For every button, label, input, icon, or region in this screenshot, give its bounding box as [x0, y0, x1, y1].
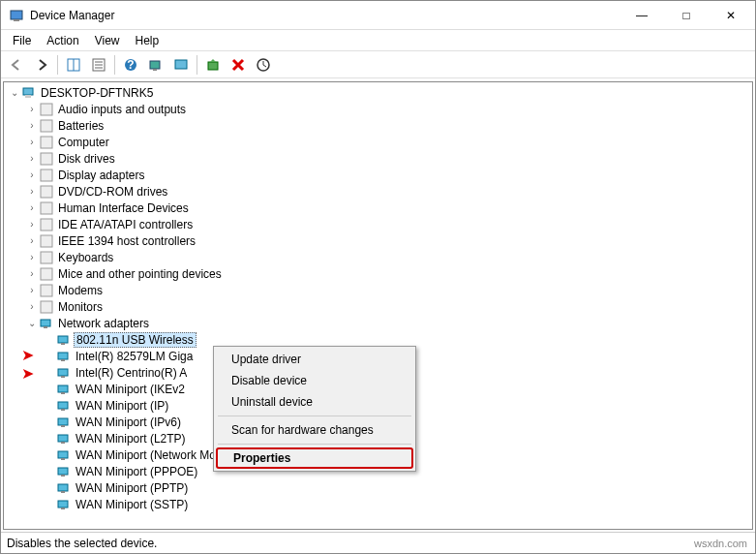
svg-rect-40 [58, 402, 68, 409]
svg-rect-48 [58, 468, 68, 475]
svg-rect-22 [41, 186, 52, 198]
svg-rect-51 [61, 491, 65, 493]
svg-text:?: ? [127, 58, 134, 72]
svg-rect-33 [61, 343, 65, 345]
close-button[interactable]: ✕ [709, 1, 753, 30]
svg-rect-34 [58, 353, 68, 359]
svg-rect-46 [58, 451, 68, 458]
menu-help[interactable]: Help [128, 32, 167, 49]
svg-rect-30 [41, 320, 50, 326]
statusbar: Disables the selected device. [1, 532, 755, 553]
menubar: File Action View Help [1, 30, 755, 51]
svg-rect-43 [61, 425, 65, 427]
svg-rect-10 [150, 61, 160, 69]
show-hide-icon[interactable] [62, 53, 85, 77]
context-menu-separator [218, 416, 411, 416]
back-icon[interactable] [5, 53, 28, 77]
svg-rect-49 [61, 475, 65, 477]
context-menu: Update driverDisable deviceUninstall dev… [213, 346, 416, 472]
svg-rect-17 [41, 104, 52, 115]
svg-rect-38 [58, 385, 68, 392]
svg-rect-52 [58, 501, 68, 508]
tree-category[interactable]: ›Monitors [4, 298, 752, 315]
svg-rect-0 [11, 11, 22, 19]
watermark: wsxdn.com [694, 538, 747, 549]
properties-icon[interactable] [87, 53, 110, 77]
context-menu-item[interactable]: Properties [216, 447, 413, 469]
svg-rect-39 [61, 392, 65, 394]
scan-icon[interactable] [144, 53, 167, 77]
svg-rect-50 [58, 484, 68, 491]
svg-rect-18 [41, 120, 52, 132]
tree-category[interactable]: ›IEEE 1394 host controllers [4, 232, 752, 249]
update-driver-icon[interactable] [201, 53, 225, 77]
svg-rect-11 [153, 69, 157, 71]
svg-rect-47 [61, 458, 65, 460]
tree-category[interactable]: ›Disk drives [4, 150, 752, 167]
tree-device[interactable]: WAN Miniport (PPTP) [4, 479, 752, 496]
menu-view[interactable]: View [87, 32, 128, 49]
tree-category[interactable]: ›DVD/CD-ROM drives [4, 183, 752, 200]
uninstall-icon[interactable] [227, 53, 250, 77]
context-menu-separator [218, 444, 411, 445]
svg-rect-24 [41, 219, 52, 231]
svg-rect-21 [41, 169, 52, 181]
svg-rect-12 [175, 60, 187, 69]
maximize-button[interactable]: □ [664, 1, 709, 30]
svg-rect-32 [58, 336, 68, 343]
window-title: Device Manager [30, 9, 620, 22]
minimize-button[interactable]: — [620, 1, 664, 30]
toolbar-separator [57, 55, 58, 75]
menu-action[interactable]: Action [39, 32, 86, 49]
help-icon[interactable]: ? [119, 53, 142, 77]
tree-category[interactable]: ›IDE ATA/ATAPI controllers [4, 216, 752, 232]
status-text: Disables the selected device. [7, 537, 157, 550]
toolbar-separator [114, 55, 115, 75]
svg-rect-25 [41, 235, 52, 247]
context-menu-item[interactable]: Update driver [216, 349, 413, 370]
tree-category[interactable]: ›Human Interface Devices [4, 200, 752, 216]
svg-rect-42 [58, 418, 68, 425]
svg-rect-29 [41, 301, 52, 313]
tree-category[interactable]: ›Keyboards [4, 249, 752, 265]
svg-rect-53 [61, 508, 65, 509]
svg-rect-20 [41, 153, 52, 165]
tree-category[interactable]: ›Batteries [4, 117, 752, 134]
svg-rect-45 [61, 442, 65, 444]
tree-root-node[interactable]: ⌄DESKTOP-DFTNRK5 [4, 84, 752, 101]
forward-icon[interactable] [30, 53, 53, 77]
context-menu-item[interactable]: Disable device [216, 370, 413, 391]
svg-rect-16 [25, 95, 31, 98]
svg-rect-26 [41, 252, 52, 263]
tree-category[interactable]: ›Mice and other pointing devices [4, 265, 752, 282]
tree-category[interactable]: ›Display adapters [4, 167, 752, 183]
toolbar: ? [1, 51, 755, 78]
svg-rect-36 [58, 369, 68, 376]
context-menu-item[interactable]: Uninstall device [216, 391, 413, 413]
monitor-icon[interactable] [169, 53, 193, 77]
menu-file[interactable]: File [5, 32, 39, 49]
app-icon [9, 8, 24, 23]
svg-rect-1 [14, 19, 19, 21]
tree-category[interactable]: ⌄Network adapters [4, 315, 752, 331]
scan-hardware-icon[interactable] [252, 53, 275, 77]
svg-rect-28 [41, 285, 52, 296]
svg-rect-13 [208, 62, 218, 70]
svg-rect-35 [61, 359, 65, 361]
svg-rect-19 [41, 137, 52, 148]
svg-rect-41 [61, 409, 65, 411]
svg-rect-23 [41, 202, 52, 214]
svg-rect-27 [41, 268, 52, 280]
tree-category[interactable]: ›Computer [4, 134, 752, 150]
svg-rect-15 [23, 88, 33, 95]
svg-rect-31 [44, 326, 47, 328]
tree-category[interactable]: ›Audio inputs and outputs [4, 101, 752, 117]
toolbar-separator [197, 55, 197, 75]
svg-rect-44 [58, 435, 68, 442]
svg-rect-37 [61, 376, 65, 378]
context-menu-item[interactable]: Scan for hardware changes [216, 419, 413, 441]
tree-device[interactable]: WAN Miniport (SSTP) [4, 496, 752, 512]
tree-category[interactable]: ›Modems [4, 282, 752, 298]
titlebar: Device Manager — □ ✕ [1, 1, 755, 30]
